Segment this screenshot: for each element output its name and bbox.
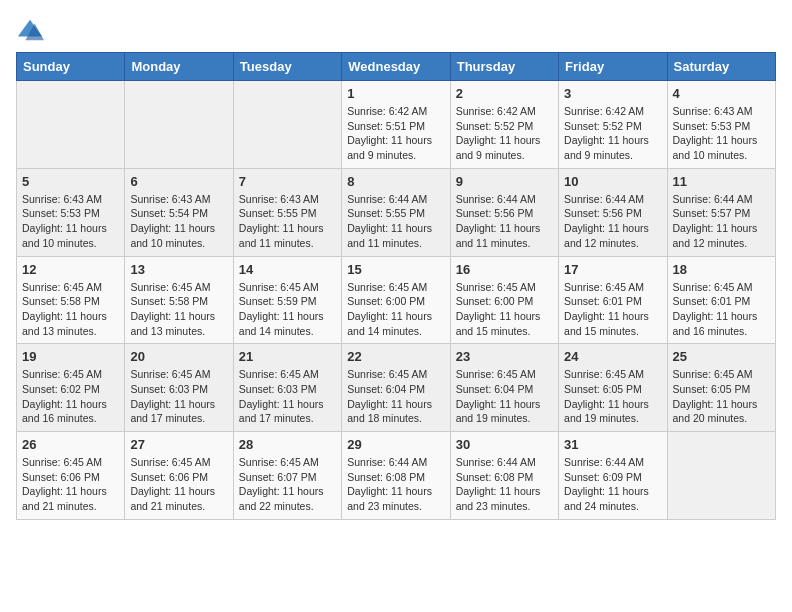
day-number: 27 — [130, 437, 227, 452]
day-info: Sunrise: 6:45 AMSunset: 6:04 PMDaylight:… — [456, 367, 553, 426]
calendar-cell: 19Sunrise: 6:45 AMSunset: 6:02 PMDayligh… — [17, 344, 125, 432]
day-info: Sunrise: 6:44 AMSunset: 6:09 PMDaylight:… — [564, 455, 661, 514]
page-header — [16, 16, 776, 44]
day-info: Sunrise: 6:44 AMSunset: 5:56 PMDaylight:… — [456, 192, 553, 251]
day-info: Sunrise: 6:45 AMSunset: 6:00 PMDaylight:… — [456, 280, 553, 339]
day-info: Sunrise: 6:44 AMSunset: 6:08 PMDaylight:… — [456, 455, 553, 514]
day-number: 4 — [673, 86, 770, 101]
day-number: 13 — [130, 262, 227, 277]
day-info: Sunrise: 6:42 AMSunset: 5:51 PMDaylight:… — [347, 104, 444, 163]
calendar-cell: 12Sunrise: 6:45 AMSunset: 5:58 PMDayligh… — [17, 256, 125, 344]
day-number: 29 — [347, 437, 444, 452]
day-number: 15 — [347, 262, 444, 277]
day-info: Sunrise: 6:45 AMSunset: 6:04 PMDaylight:… — [347, 367, 444, 426]
day-number: 17 — [564, 262, 661, 277]
day-info: Sunrise: 6:45 AMSunset: 6:03 PMDaylight:… — [130, 367, 227, 426]
day-number: 28 — [239, 437, 336, 452]
day-number: 5 — [22, 174, 119, 189]
day-number: 11 — [673, 174, 770, 189]
calendar-cell: 24Sunrise: 6:45 AMSunset: 6:05 PMDayligh… — [559, 344, 667, 432]
day-number: 14 — [239, 262, 336, 277]
weekday-header: Tuesday — [233, 53, 341, 81]
day-number: 10 — [564, 174, 661, 189]
calendar-cell: 2Sunrise: 6:42 AMSunset: 5:52 PMDaylight… — [450, 81, 558, 169]
calendar-week-row: 12Sunrise: 6:45 AMSunset: 5:58 PMDayligh… — [17, 256, 776, 344]
day-info: Sunrise: 6:45 AMSunset: 6:06 PMDaylight:… — [130, 455, 227, 514]
day-number: 8 — [347, 174, 444, 189]
day-number: 1 — [347, 86, 444, 101]
calendar-cell: 7Sunrise: 6:43 AMSunset: 5:55 PMDaylight… — [233, 168, 341, 256]
calendar-cell: 1Sunrise: 6:42 AMSunset: 5:51 PMDaylight… — [342, 81, 450, 169]
day-number: 21 — [239, 349, 336, 364]
calendar-cell — [17, 81, 125, 169]
calendar-cell — [125, 81, 233, 169]
weekday-header: Thursday — [450, 53, 558, 81]
weekday-header: Saturday — [667, 53, 775, 81]
calendar-week-row: 19Sunrise: 6:45 AMSunset: 6:02 PMDayligh… — [17, 344, 776, 432]
day-info: Sunrise: 6:45 AMSunset: 6:00 PMDaylight:… — [347, 280, 444, 339]
calendar-cell: 25Sunrise: 6:45 AMSunset: 6:05 PMDayligh… — [667, 344, 775, 432]
calendar-cell: 3Sunrise: 6:42 AMSunset: 5:52 PMDaylight… — [559, 81, 667, 169]
calendar-cell: 4Sunrise: 6:43 AMSunset: 5:53 PMDaylight… — [667, 81, 775, 169]
calendar-cell: 27Sunrise: 6:45 AMSunset: 6:06 PMDayligh… — [125, 432, 233, 520]
logo — [16, 16, 48, 44]
day-info: Sunrise: 6:44 AMSunset: 5:57 PMDaylight:… — [673, 192, 770, 251]
day-info: Sunrise: 6:45 AMSunset: 6:06 PMDaylight:… — [22, 455, 119, 514]
day-number: 23 — [456, 349, 553, 364]
day-info: Sunrise: 6:45 AMSunset: 6:02 PMDaylight:… — [22, 367, 119, 426]
day-info: Sunrise: 6:45 AMSunset: 5:58 PMDaylight:… — [22, 280, 119, 339]
day-info: Sunrise: 6:44 AMSunset: 5:55 PMDaylight:… — [347, 192, 444, 251]
calendar-cell: 15Sunrise: 6:45 AMSunset: 6:00 PMDayligh… — [342, 256, 450, 344]
day-number: 26 — [22, 437, 119, 452]
calendar-cell: 20Sunrise: 6:45 AMSunset: 6:03 PMDayligh… — [125, 344, 233, 432]
weekday-header: Sunday — [17, 53, 125, 81]
weekday-header: Monday — [125, 53, 233, 81]
day-number: 6 — [130, 174, 227, 189]
day-number: 18 — [673, 262, 770, 277]
day-number: 12 — [22, 262, 119, 277]
calendar-cell: 28Sunrise: 6:45 AMSunset: 6:07 PMDayligh… — [233, 432, 341, 520]
day-info: Sunrise: 6:44 AMSunset: 5:56 PMDaylight:… — [564, 192, 661, 251]
calendar-cell: 8Sunrise: 6:44 AMSunset: 5:55 PMDaylight… — [342, 168, 450, 256]
calendar-cell: 17Sunrise: 6:45 AMSunset: 6:01 PMDayligh… — [559, 256, 667, 344]
day-info: Sunrise: 6:45 AMSunset: 6:05 PMDaylight:… — [564, 367, 661, 426]
weekday-header: Wednesday — [342, 53, 450, 81]
day-info: Sunrise: 6:45 AMSunset: 6:05 PMDaylight:… — [673, 367, 770, 426]
day-info: Sunrise: 6:44 AMSunset: 6:08 PMDaylight:… — [347, 455, 444, 514]
calendar-week-row: 5Sunrise: 6:43 AMSunset: 5:53 PMDaylight… — [17, 168, 776, 256]
day-info: Sunrise: 6:45 AMSunset: 5:58 PMDaylight:… — [130, 280, 227, 339]
calendar-table: SundayMondayTuesdayWednesdayThursdayFrid… — [16, 52, 776, 520]
calendar-cell: 16Sunrise: 6:45 AMSunset: 6:00 PMDayligh… — [450, 256, 558, 344]
calendar-cell: 13Sunrise: 6:45 AMSunset: 5:58 PMDayligh… — [125, 256, 233, 344]
day-info: Sunrise: 6:43 AMSunset: 5:54 PMDaylight:… — [130, 192, 227, 251]
calendar-cell: 9Sunrise: 6:44 AMSunset: 5:56 PMDaylight… — [450, 168, 558, 256]
calendar-cell: 11Sunrise: 6:44 AMSunset: 5:57 PMDayligh… — [667, 168, 775, 256]
day-info: Sunrise: 6:45 AMSunset: 6:03 PMDaylight:… — [239, 367, 336, 426]
day-number: 7 — [239, 174, 336, 189]
calendar-cell — [667, 432, 775, 520]
calendar-cell: 14Sunrise: 6:45 AMSunset: 5:59 PMDayligh… — [233, 256, 341, 344]
day-number: 3 — [564, 86, 661, 101]
day-number: 31 — [564, 437, 661, 452]
day-info: Sunrise: 6:43 AMSunset: 5:53 PMDaylight:… — [22, 192, 119, 251]
day-info: Sunrise: 6:43 AMSunset: 5:53 PMDaylight:… — [673, 104, 770, 163]
calendar-week-row: 1Sunrise: 6:42 AMSunset: 5:51 PMDaylight… — [17, 81, 776, 169]
day-info: Sunrise: 6:45 AMSunset: 6:01 PMDaylight:… — [564, 280, 661, 339]
calendar-cell: 26Sunrise: 6:45 AMSunset: 6:06 PMDayligh… — [17, 432, 125, 520]
day-info: Sunrise: 6:45 AMSunset: 5:59 PMDaylight:… — [239, 280, 336, 339]
day-info: Sunrise: 6:42 AMSunset: 5:52 PMDaylight:… — [564, 104, 661, 163]
weekday-header: Friday — [559, 53, 667, 81]
calendar-cell: 6Sunrise: 6:43 AMSunset: 5:54 PMDaylight… — [125, 168, 233, 256]
day-number: 9 — [456, 174, 553, 189]
calendar-cell: 21Sunrise: 6:45 AMSunset: 6:03 PMDayligh… — [233, 344, 341, 432]
logo-icon — [16, 16, 44, 44]
day-info: Sunrise: 6:42 AMSunset: 5:52 PMDaylight:… — [456, 104, 553, 163]
weekday-header-row: SundayMondayTuesdayWednesdayThursdayFrid… — [17, 53, 776, 81]
calendar-week-row: 26Sunrise: 6:45 AMSunset: 6:06 PMDayligh… — [17, 432, 776, 520]
calendar-cell: 23Sunrise: 6:45 AMSunset: 6:04 PMDayligh… — [450, 344, 558, 432]
day-number: 24 — [564, 349, 661, 364]
day-info: Sunrise: 6:45 AMSunset: 6:01 PMDaylight:… — [673, 280, 770, 339]
calendar-cell: 29Sunrise: 6:44 AMSunset: 6:08 PMDayligh… — [342, 432, 450, 520]
calendar-cell: 31Sunrise: 6:44 AMSunset: 6:09 PMDayligh… — [559, 432, 667, 520]
calendar-cell — [233, 81, 341, 169]
